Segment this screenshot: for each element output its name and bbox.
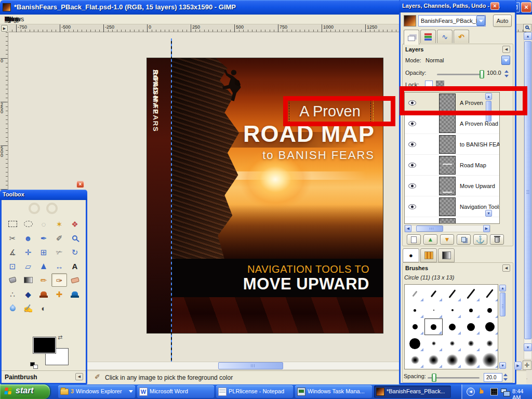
guide-line[interactable] [171,38,172,367]
brush-cell[interactable] [481,285,498,302]
perspective-clone-tool[interactable] [67,287,83,301]
spacing-spinner[interactable] [503,373,508,382]
start-button[interactable]: start [0,384,50,399]
scroll-up-arrow[interactable]: ▲ [499,285,506,291]
close-button[interactable]: × [521,2,531,12]
raise-layer-button[interactable]: ▲ [423,234,437,245]
tab-channels[interactable] [420,30,436,43]
rotate-tool[interactable]: ↻ [67,245,83,259]
free-select-tool[interactable]: ◌ [36,217,51,231]
layer-thumbnail[interactable] [439,197,456,216]
collapse-button[interactable]: ◀ [75,373,83,380]
align-tool[interactable]: ⊞ [36,245,51,259]
scissors-tool[interactable]: ✂ [5,231,20,245]
ink-tool[interactable]: ◆ [20,287,36,301]
rect-select-tool[interactable] [5,217,20,231]
scroll-right-arrow[interactable]: ▶ [514,362,522,370]
taskbar-button-gimp[interactable]: *BanishFears_PBack... [374,385,451,398]
brush-cell[interactable] [462,335,480,352]
brush-cell[interactable] [424,352,443,368]
spacing-value[interactable]: 20.0 [484,373,502,382]
layer-thumbnail[interactable] [439,156,456,175]
tab-brushes[interactable]: ● [403,248,419,262]
menu-help[interactable]: Help [0,15,18,24]
brush-cell[interactable] [424,318,443,335]
pencil-tool[interactable]: ✏ [36,273,51,287]
layer-row[interactable]: A Proven Road Ma [405,113,499,134]
dodge-burn-tool[interactable]: ◐ [36,301,51,315]
tab-gradients[interactable] [438,248,455,262]
paths-tool[interactable]: ✒ [36,231,51,245]
brush-cell[interactable] [443,352,461,368]
paintbrush-tool[interactable]: ✑ [51,273,67,287]
hand-tray-icon[interactable]: ☛ [477,387,486,394]
brush-cell[interactable] [443,302,461,318]
lower-layer-button[interactable]: ▼ [440,234,454,245]
brush-cell[interactable] [406,318,424,335]
fuzzy-select-tool[interactable]: ✶ [51,217,67,231]
screen-grid-tray-icon[interactable] [490,388,498,395]
brush-cell[interactable] [462,352,480,368]
toolbox-close-button[interactable]: × [76,181,84,188]
reset-colors-icon[interactable] [30,362,38,369]
dock-close-button[interactable]: × [490,2,499,10]
taskbar-button-folder[interactable]: Windows Explorer3 [58,385,135,398]
navigation-button[interactable]: ✛ [523,361,531,370]
zoom-fit-window-button[interactable] [523,24,531,32]
brush-cell[interactable] [481,302,498,318]
text-tool[interactable]: A [67,259,83,273]
brush-cell[interactable] [462,302,480,318]
mode-value[interactable]: Normal [425,57,444,63]
visibility-eye-icon[interactable] [408,142,416,147]
bucket-fill-tool[interactable] [5,273,20,287]
ellipse-select-tool[interactable] [20,217,36,231]
move-tool[interactable]: ✛ [20,245,36,259]
layer-row[interactable] [405,217,499,224]
brush-cell[interactable] [406,285,424,302]
layer-thumbnail[interactable] [439,218,456,224]
tab-patterns[interactable] [420,248,437,262]
toolbox-title-bar[interactable]: Toolbox × [0,190,87,200]
layer-row[interactable]: Road Map [405,155,499,176]
opacity-slider-track[interactable] [437,74,483,75]
gradient-tool[interactable] [20,273,36,287]
duplicate-layer-button[interactable] [457,234,471,245]
taskbar-button-taskmgr[interactable]: Windows Task Mana... [295,385,372,398]
tab-undo-history[interactable]: ↶ [454,30,469,43]
visibility-eye-icon[interactable] [408,204,416,209]
scroll-right-arrow[interactable]: ▶ [483,225,490,232]
brush-cell[interactable] [443,285,461,302]
foreground-select-tool[interactable]: ☻ [20,231,36,245]
brush-cell[interactable] [424,335,443,352]
scroll-left-arrow[interactable]: ◀ [405,225,411,232]
combo-dropdown-button[interactable] [476,16,485,26]
brush-cell[interactable] [406,352,424,368]
smudge-tool[interactable]: ✍ [20,301,36,315]
brush-cell[interactable] [481,318,498,335]
taskbar-button-notepad[interactable]: PLRlicense - Notepad [216,385,293,398]
tab-paths[interactable]: ∿ [437,30,453,43]
shear-tool[interactable]: ▱ [20,259,36,273]
auto-button[interactable]: Auto [493,15,512,27]
brush-cell[interactable] [481,335,498,352]
horizontal-scroll-thumb[interactable] [218,362,283,369]
visibility-eye-icon[interactable] [408,121,416,126]
measure-tool[interactable]: ∡ [5,245,20,259]
foreground-color-swatch[interactable] [33,337,56,354]
brush-cell[interactable] [424,285,443,302]
flip-tool[interactable]: ↔ [51,259,67,273]
layer-thumbnail[interactable] [439,114,456,133]
tab-layers[interactable] [404,30,419,45]
scroll-down-arrow[interactable]: ▼ [499,362,506,369]
brush-cell[interactable] [406,335,424,352]
brush-cell[interactable] [481,352,498,368]
crop-tool[interactable]: ✃ [51,245,67,259]
layer-thumbnail[interactable] [439,135,456,154]
color-picker-tool[interactable]: ✐ [51,231,67,245]
mode-dropdown-button[interactable] [501,56,510,65]
airbrush-tool[interactable]: ∴ [5,287,20,301]
scale-tool[interactable]: ⊡ [5,259,20,273]
zoom-tool[interactable] [67,231,83,245]
network-tray-icon[interactable] [501,389,507,393]
scroll-thumb[interactable] [416,225,443,232]
